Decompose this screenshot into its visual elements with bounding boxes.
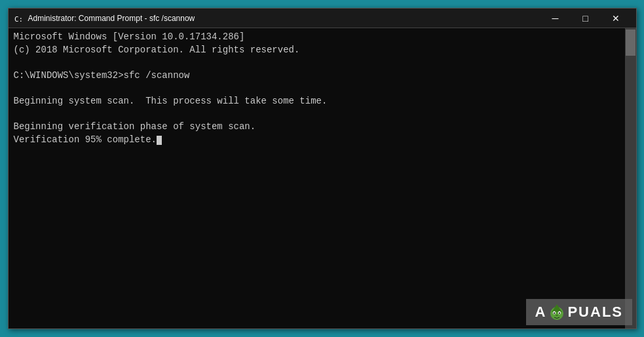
terminal-line: Beginning verification phase of system s… [14,121,620,134]
terminal-line: Beginning system scan. This process will… [14,95,620,108]
terminal-line: C:\WINDOWS\system32>sfc /scannow [14,69,620,83]
terminal-line [14,56,620,69]
terminal-line: Verification 95% complete. [14,134,620,147]
svg-point-8 [556,315,558,316]
watermark-puals: PUALS [567,304,623,321]
close-button[interactable]: ✕ [601,9,631,28]
title-bar: C: Administrator: Command Prompt - sfc /… [9,9,636,28]
svg-point-7 [559,312,560,314]
cursor [157,136,162,145]
terminal-line: Microsoft Windows [Version 10.0.17134.28… [14,31,620,44]
window-body: Microsoft Windows [Version 10.0.17134.28… [9,28,636,328]
terminal-line [14,108,620,121]
watermark-logo [548,303,566,321]
scrollbar[interactable] [625,28,636,328]
terminal-line: (c) 2018 Microsoft Corporation. All righ… [14,44,620,57]
terminal-line [14,82,620,95]
window-controls: ─ □ ✕ [540,9,631,28]
window-title: Administrator: Command Prompt - sfc /sca… [28,14,540,23]
maximize-button[interactable]: □ [571,9,601,28]
cmd-icon: C: [14,13,24,24]
cmd-window: C: Administrator: Command Prompt - sfc /… [8,8,637,329]
minimize-button[interactable]: ─ [540,9,571,28]
scrollbar-thumb[interactable] [626,30,635,56]
watermark: A PUALS [526,299,632,325]
terminal-content[interactable]: Microsoft Windows [Version 10.0.17134.28… [9,28,625,328]
watermark-a: A [535,304,547,321]
svg-text:C:: C: [14,15,23,24]
svg-point-6 [554,312,555,314]
